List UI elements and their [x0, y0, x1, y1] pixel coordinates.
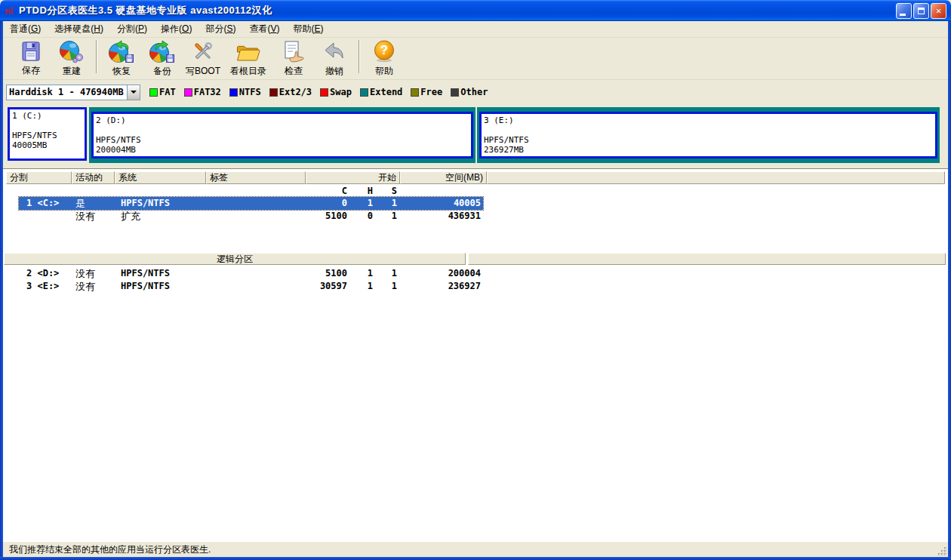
table-row-c[interactable]: 1 <C:> 是 HPFS/NTFS 0 1 1 40005	[19, 197, 483, 210]
menu-item-select-disk[interactable]: 选择硬盘(H)	[48, 21, 110, 37]
column-header-start[interactable]: 开始	[306, 171, 400, 184]
toolbar-separator	[96, 40, 97, 73]
maximize-icon	[918, 8, 925, 14]
help-question-icon: ?	[371, 40, 397, 63]
chs-subheader-row: C H S	[19, 186, 483, 197]
help-button[interactable]: ? 帮助	[364, 38, 405, 77]
disk-legend-row: Harddisk 1 - 476940MB FAT FAT32 NTFS Ext…	[3, 80, 948, 104]
partition-name: 2 (D:)	[96, 115, 469, 125]
partition-map-panel: 1 (C:) HPFS/NTFS 40005MB 2 (D:) HPFS/NTF…	[3, 104, 948, 169]
undo-button[interactable]: 撤销	[314, 38, 355, 77]
harddisk-select-value: Harddisk 1 - 476940MB	[7, 85, 127, 100]
column-header-active[interactable]: 活动的	[72, 171, 115, 184]
app-window: PTDD分区表医生3.5 硬盘基地专业版 avast200112汉化 ✕ 普通(…	[0, 0, 951, 560]
legend-item-ntfs: NTFS	[229, 87, 261, 97]
chevron-down-icon	[131, 91, 137, 94]
table-row-e[interactable]: 3 <E:> 没有 HPFS/NTFS 30597 1 1 236927	[19, 280, 483, 293]
partition-table-area: 分割 活动的 系统 标签 开始 空间(MB) C H S 1 <C:> 是 HP…	[3, 169, 948, 541]
column-header-system[interactable]: 系统	[115, 171, 206, 184]
column-header-partition[interactable]: 分割	[6, 171, 72, 184]
save-button[interactable]: 保存	[11, 38, 51, 77]
menu-item-view[interactable]: 查看(V)	[242, 21, 286, 37]
minimize-icon	[900, 14, 906, 16]
column-header-blank	[487, 171, 945, 184]
pie-arrow-left-restore-icon	[109, 40, 134, 63]
menu-item-section[interactable]: 部分(S)	[199, 21, 242, 37]
resize-grip[interactable]	[937, 546, 947, 556]
legend-item-free: Free	[411, 87, 442, 97]
crossed-tools-icon	[190, 40, 216, 63]
other-color-swatch	[451, 88, 459, 97]
toolbar: 保存 重建 恢复	[3, 38, 948, 80]
fat32-color-swatch	[184, 88, 192, 97]
status-bar: 我们推荐结束全部的其他的应用当运行分区表医生.	[3, 541, 948, 557]
close-icon: ✕	[936, 6, 941, 15]
menu-item-general[interactable]: 普通(G)	[3, 21, 48, 37]
pie-arrow-right-backup-icon	[149, 40, 175, 63]
rebuild-button[interactable]: 重建	[51, 38, 92, 77]
ext23-color-swatch	[269, 88, 278, 97]
swap-color-swatch	[320, 88, 328, 97]
toolbar-button-label: 恢复	[112, 65, 131, 78]
window-border-bottom	[0, 557, 951, 560]
column-header-label[interactable]: 标签	[206, 171, 306, 184]
filesystem-legend: FAT FAT32 NTFS Ext2/3 Swap Extend Free O…	[149, 87, 496, 97]
backup-button[interactable]: 备份	[142, 38, 183, 77]
toolbar-button-label: 检查	[285, 65, 303, 78]
subheader-c: C	[306, 186, 349, 197]
minimize-button[interactable]	[896, 3, 912, 19]
legend-item-fat: FAT	[149, 87, 176, 97]
menu-item-partition[interactable]: 分割(P)	[110, 21, 154, 37]
harddisk-select[interactable]: Harddisk 1 - 476940MB	[6, 85, 140, 100]
legend-item-extend: Extend	[360, 87, 402, 97]
toolbar-button-label: 写BOOT	[186, 65, 220, 78]
partition-size: 200004MB	[96, 145, 469, 155]
check-button[interactable]: 检查	[273, 38, 314, 77]
partition-fs: HPFS/NTFS	[96, 135, 469, 145]
restore-button[interactable]: 恢复	[101, 38, 142, 77]
table-row-extended[interactable]: 没有 扩充 5100 0 1 436931	[19, 210, 483, 223]
column-header-space[interactable]: 空间(MB)	[400, 171, 487, 184]
svg-text:?: ?	[380, 43, 388, 57]
toolbar-button-label: 撤销	[325, 65, 343, 78]
menu-bar: 普通(G) 选择硬盘(H) 分割(P) 操作(O) 部分(S) 查看(V) 帮助…	[3, 21, 948, 38]
partition-fs: HPFS/NTFS	[484, 135, 933, 145]
extended-wrapper: 3 (E:) HPFS/NTFS 236927MB	[477, 107, 940, 163]
legend-item-other: Other	[451, 87, 488, 97]
subheader-h: H	[349, 186, 375, 197]
write-boot-button[interactable]: 写BOOT	[183, 38, 223, 77]
subheader-s: S	[375, 186, 399, 197]
toolbar-button-label: 备份	[153, 65, 171, 78]
logical-section-band: 逻辑分区	[4, 253, 466, 265]
free-color-swatch	[411, 88, 419, 97]
partition-box-e[interactable]: 3 (E:) HPFS/NTFS 236927MB	[479, 112, 937, 158]
floppy-save-icon	[18, 40, 44, 63]
undo-arrow-icon	[322, 40, 347, 63]
menu-item-operation[interactable]: 操作(O)	[154, 21, 199, 37]
extended-wrapper: 2 (D:) HPFS/NTFS 200004MB	[89, 107, 476, 163]
menu-item-help[interactable]: 帮助(E)	[286, 21, 330, 37]
pie-gear-rebuild-icon	[59, 40, 85, 63]
legend-item-ext23: Ext2/3	[269, 87, 312, 97]
toolbar-button-label: 保存	[22, 64, 40, 77]
title-bar[interactable]: PTDD分区表医生3.5 硬盘基地专业版 avast200112汉化 ✕	[0, 0, 951, 21]
fat-color-swatch	[149, 88, 158, 97]
partition-fs: HPFS/NTFS	[12, 131, 82, 140]
legend-item-fat32: FAT32	[184, 87, 221, 97]
window-title: PTDD分区表医生3.5 硬盘基地专业版 avast200112汉化	[19, 4, 894, 17]
partition-box-c[interactable]: 1 (C:) HPFS/NTFS 40005MB	[8, 107, 87, 161]
logical-section-band-right	[468, 253, 946, 265]
partition-box-d[interactable]: 2 (D:) HPFS/NTFS 200004MB	[91, 112, 473, 158]
view-root-directory-button[interactable]: 看根目录	[223, 38, 273, 77]
ntfs-color-swatch	[229, 88, 238, 97]
maximize-button[interactable]	[913, 3, 929, 19]
harddisk-select-dropdown-button[interactable]	[127, 85, 140, 100]
table-header: 分割 活动的 系统 标签 开始 空间(MB)	[6, 171, 945, 184]
partition-size: 236927MB	[484, 145, 933, 155]
close-button[interactable]: ✕	[931, 3, 946, 19]
table-row-d[interactable]: 2 <D:> 没有 HPFS/NTFS 5100 1 1 200004	[19, 267, 483, 280]
status-message: 我们推荐结束全部的其他的应用当运行分区表医生.	[9, 543, 211, 556]
toolbar-button-label: 帮助	[375, 65, 393, 78]
legend-item-swap: Swap	[320, 87, 352, 97]
app-icon	[4, 5, 16, 17]
